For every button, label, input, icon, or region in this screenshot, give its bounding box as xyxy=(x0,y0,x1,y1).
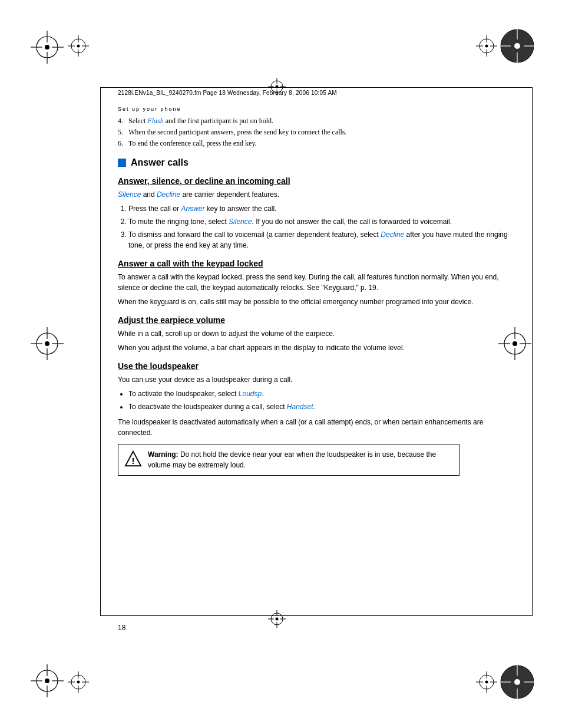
earpiece-para2: When you adjust the volume, a bar chart … xyxy=(118,342,515,353)
flash-link: Flash xyxy=(147,117,163,125)
crosshair-tl2 xyxy=(68,35,89,57)
intro-item-6: 6. To end the conference call, press the… xyxy=(118,139,515,148)
intro-item-5-num: 5. xyxy=(118,128,126,137)
earpiece-para1: While in a call, scroll up or down to ad… xyxy=(118,328,515,339)
header-line xyxy=(100,87,533,88)
file-info: 2128i.ENv1a_BIL_9240270.fm Page 18 Wedne… xyxy=(118,90,337,96)
svg-point-1 xyxy=(45,45,49,50)
earpiece-volume-heading: Adjust the earpiece volume xyxy=(118,315,515,325)
handset-link: Handset xyxy=(287,403,313,411)
loudspeaker-outro: The loudspeaker is deactivated automatic… xyxy=(118,417,515,438)
loudsp-link: Loudsp xyxy=(239,390,262,398)
svg-point-43 xyxy=(514,679,520,685)
footer-line xyxy=(100,615,533,616)
svg-point-61 xyxy=(276,85,279,88)
silence-decline-heading: Answer, silence, or decline an incoming … xyxy=(118,176,515,186)
crosshair-bm xyxy=(268,610,286,628)
section-label: Set up your phone xyxy=(118,106,515,112)
crosshair-br2 xyxy=(476,671,497,693)
silence-decline-intro: Silence and Decline are carrier dependen… xyxy=(118,189,515,200)
intro-item-6-num: 6. xyxy=(118,139,126,148)
decline-link: Decline xyxy=(381,230,404,239)
intro-item-5-text: When the second participant answers, pre… xyxy=(128,128,347,137)
svg-point-37 xyxy=(45,678,49,683)
loudspeaker-bullet-1: To activate the loudspeaker, select Loud… xyxy=(128,388,515,399)
silence-link: Silence xyxy=(229,218,252,226)
silence-decline-list: Press the call or Answer key to answer t… xyxy=(128,203,515,251)
loudspeaker-list: To activate the loudspeaker, select Loud… xyxy=(128,388,515,412)
svg-point-67 xyxy=(276,618,279,621)
warning-icon: ! xyxy=(124,450,142,468)
intro-item-6-text: To end the conference call, press the en… xyxy=(128,139,257,148)
answer-link: Answer xyxy=(181,205,204,213)
keypad-locked-para2: When the keyguard is on, calls still may… xyxy=(118,297,515,307)
svg-point-55 xyxy=(485,681,488,684)
intro-items: 4. Select Flash and the first participan… xyxy=(118,117,515,148)
loudspeaker-bullet-2: To deactivate the loudspeaker during a c… xyxy=(128,401,515,412)
blue-square-icon xyxy=(118,159,126,167)
crosshair-tl xyxy=(31,31,64,64)
svg-point-25 xyxy=(45,341,49,346)
intro-item-4: 4. Select Flash and the first participan… xyxy=(118,117,515,126)
list-item-2: To mute the ringing tone, select Silence… xyxy=(128,216,515,227)
silence-link-intro: Silence xyxy=(118,190,141,199)
subsection-earpiece-volume: Adjust the earpiece volume While in a ca… xyxy=(118,315,515,353)
intro-item-5: 5. When the second participant answers, … xyxy=(118,128,515,137)
answer-calls-heading: Answer calls xyxy=(118,157,515,168)
list-item-3: To dismiss and forward the call to voice… xyxy=(128,229,515,251)
warning-bold-label: Warning: xyxy=(148,450,178,459)
loudspeaker-heading: Use the loudspeaker xyxy=(118,361,515,371)
crosshair-tr2 xyxy=(476,35,497,57)
subsection-silence-decline: Answer, silence, or decline an incoming … xyxy=(118,176,515,251)
answer-calls-title: Answer calls xyxy=(131,157,189,168)
svg-point-7 xyxy=(514,43,520,49)
crosshair-br xyxy=(496,661,538,703)
svg-point-13 xyxy=(77,45,80,48)
decline-link-intro: Decline xyxy=(157,190,180,199)
warning-box: ! Warning: Do not hold the device near y… xyxy=(118,444,459,476)
keypad-locked-para1: To answer a call with the keypad locked,… xyxy=(118,272,515,293)
left-border xyxy=(100,87,101,616)
right-border xyxy=(532,87,533,616)
subsection-keypad-locked: Answer a call with the keypad locked To … xyxy=(118,259,515,307)
crosshair-tr xyxy=(496,25,538,67)
subsection-loudspeaker: Use the loudspeaker You can use your dev… xyxy=(118,361,515,476)
warning-text: Warning: Do not hold the device near you… xyxy=(148,449,453,470)
crosshair-ml xyxy=(31,327,64,360)
crosshair-bl xyxy=(31,664,64,697)
svg-point-19 xyxy=(485,45,488,48)
keypad-locked-heading: Answer a call with the keypad locked xyxy=(118,259,515,268)
svg-text:!: ! xyxy=(132,456,135,466)
intro-item-4-num: 4. xyxy=(118,117,126,126)
page: 2128i.ENv1a_BIL_9240270.fm Page 18 Wedne… xyxy=(0,0,562,728)
crosshair-bl2 xyxy=(68,671,89,693)
svg-point-49 xyxy=(77,681,80,684)
page-number: 18 xyxy=(118,624,125,632)
content-area: Set up your phone 4. Select Flash and th… xyxy=(118,106,515,476)
list-item-1: Press the call or Answer key to answer t… xyxy=(128,203,515,214)
intro-item-4-text: Select Flash and the first participant i… xyxy=(128,117,273,126)
loudspeaker-intro: You can use your device as a loudspeaker… xyxy=(118,374,515,385)
